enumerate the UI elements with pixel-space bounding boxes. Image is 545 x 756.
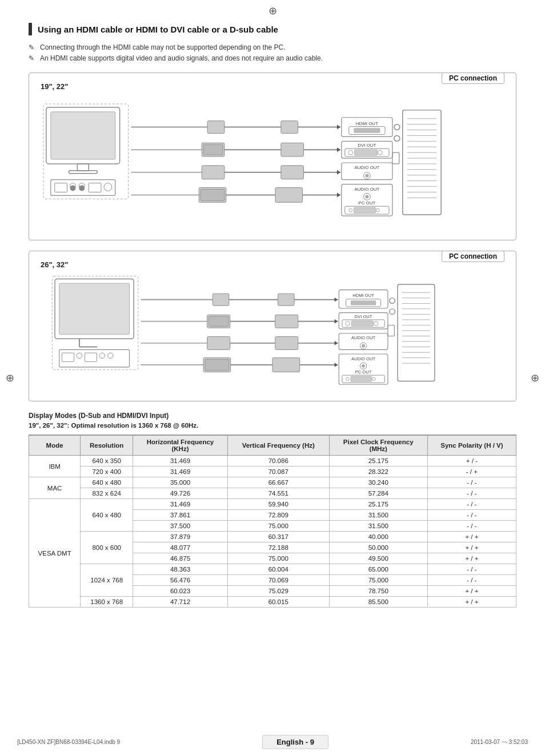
diagram-svg-2: HDMI OUT DVI OUT AUDIO OUT AUDIO OUT PC …: [41, 274, 504, 388]
svg-rect-126: [351, 321, 373, 327]
display-modes-subtitle-rest: : Optimal resolution is 1360 x 768 @ 60H…: [67, 422, 199, 429]
cell-sync: + / +: [427, 553, 516, 564]
col-sync: Sync Polarity (H / V): [427, 435, 516, 456]
cell-vfreq: 75.000: [227, 521, 329, 532]
section-title-text: Using an HDMI cable or HDMI to DVI cable…: [38, 25, 278, 34]
svg-rect-89: [99, 353, 105, 359]
cell-hfreq: 31.469: [133, 467, 228, 477]
col-mode: Mode: [29, 435, 81, 456]
svg-text:PC OUT: PC OUT: [355, 369, 372, 375]
cell-hfreq: 47.712: [133, 597, 228, 608]
footer: [LD450-XN ZF]BN68-03394E-L04.indb 9 Engl…: [0, 735, 545, 749]
footer-left: [LD450-XN ZF]BN68-03394E-L04.indb 9: [17, 739, 120, 745]
svg-rect-7: [70, 186, 75, 191]
svg-marker-18: [337, 125, 340, 130]
display-modes-subtitle: 19", 26", 32": Optimal resolution is 136…: [29, 422, 516, 429]
cell-hfreq: 48.363: [133, 564, 228, 575]
cell-resolution: 1360 x 768: [81, 597, 133, 608]
cell-sync: - / -: [427, 488, 516, 499]
svg-text:AUDIO OUT: AUDIO OUT: [351, 335, 376, 340]
svg-rect-139: [351, 376, 371, 382]
svg-rect-42: [354, 128, 380, 133]
svg-point-59: [349, 208, 352, 212]
svg-rect-62: [403, 110, 441, 215]
cell-vfreq: 59.940: [227, 499, 329, 510]
col-vfreq: Vertical Frequency (Hz): [227, 435, 329, 456]
cell-sync: - / +: [427, 467, 516, 477]
cell-vfreq: 70.069: [227, 575, 329, 586]
svg-text:DVI OUT: DVI OUT: [355, 314, 372, 319]
svg-text:AUDIO OUT: AUDIO OUT: [354, 187, 379, 192]
svg-point-56: [365, 195, 368, 198]
diagram-box-1: PC connection 19", 22": [29, 73, 516, 240]
svg-rect-108: [275, 336, 298, 349]
cell-pixel: 25.175: [329, 456, 427, 467]
svg-rect-47: [355, 150, 378, 155]
cell-sync: - / -: [427, 575, 516, 586]
cell-pixel: 31.500: [329, 510, 427, 521]
cell-resolution: 800 x 600: [81, 532, 133, 564]
svg-rect-3: [69, 171, 98, 174]
svg-rect-87: [77, 353, 82, 359]
cell-hfreq: 48.077: [133, 542, 228, 553]
table-row: 1024 x 76848.36360.00465.000- / -: [29, 564, 516, 575]
cell-pixel: 49.500: [329, 553, 427, 564]
svg-rect-95: [278, 293, 295, 305]
cell-sync: + / +: [427, 597, 516, 608]
cell-hfreq: 31.469: [133, 456, 228, 467]
svg-rect-113: [205, 359, 229, 370]
svg-point-79: [394, 135, 400, 141]
cell-sync: + / -: [427, 456, 516, 467]
cell-resolution: 640 x 350: [81, 456, 133, 467]
svg-rect-5: [55, 183, 67, 192]
cell-vfreq: 75.000: [227, 553, 329, 564]
cell-pixel: 85.500: [329, 597, 427, 608]
cell-vfreq: 72.809: [227, 510, 329, 521]
svg-marker-38: [337, 192, 340, 197]
cell-vfreq: 66.667: [227, 477, 329, 488]
cell-hfreq: 56.476: [133, 575, 228, 586]
svg-point-157: [390, 309, 395, 315]
monitor-label-1: 19", 22": [41, 82, 504, 91]
cell-resolution: 640 x 480: [81, 499, 133, 532]
table-row: 800 x 60037.87960.31740.000+ / +: [29, 532, 516, 542]
monitor-label-2: 26", 32": [41, 260, 504, 269]
svg-rect-80: [392, 152, 399, 164]
cell-hfreq: 37.861: [133, 510, 228, 521]
display-modes-subtitle-bold: 19", 26", 32": [29, 422, 67, 429]
cell-vfreq: 60.317: [227, 532, 329, 542]
cell-pixel: 75.000: [329, 575, 427, 586]
cell-hfreq: 31.469: [133, 499, 228, 510]
svg-rect-115: [272, 358, 300, 372]
svg-rect-29: [281, 166, 304, 179]
cell-sync: + / +: [427, 586, 516, 597]
table-row: 1360 x 76847.71260.01585.500+ / +: [29, 597, 516, 608]
svg-rect-158: [388, 325, 394, 336]
cell-vfreq: 74.551: [227, 488, 329, 499]
cell-hfreq: 60.023: [133, 586, 228, 597]
table-row: IBM640 x 35031.46970.08625.175+ / -: [29, 456, 516, 467]
cell-vfreq: 70.087: [227, 467, 329, 477]
svg-rect-88: [85, 353, 97, 361]
svg-rect-93: [213, 293, 229, 305]
col-resolution: Resolution: [81, 435, 133, 456]
svg-rect-16: [281, 121, 298, 134]
svg-point-61: [376, 208, 379, 212]
svg-point-135: [362, 364, 365, 368]
top-compass-icon: ⊕: [269, 5, 277, 17]
cell-hfreq: 37.500: [133, 521, 228, 532]
cell-vfreq: 60.015: [227, 597, 329, 608]
table-row: 832 x 62449.72674.55157.284- / -: [29, 488, 516, 499]
page: ⊕ ⊕ ⊕ Using an HDMI cable or HDMI to DVI…: [0, 0, 545, 756]
cell-pixel: 25.175: [329, 499, 427, 510]
cell-vfreq: 75.029: [227, 586, 329, 597]
cell-pixel: 50.000: [329, 542, 427, 553]
footer-center: English - 9: [262, 735, 328, 749]
svg-rect-60: [354, 207, 376, 213]
svg-text:HDMI OUT: HDMI OUT: [356, 121, 378, 126]
cell-hfreq: 46.875: [133, 553, 228, 564]
svg-rect-82: [59, 283, 130, 335]
svg-point-140: [372, 377, 375, 381]
svg-rect-86: [62, 353, 74, 361]
svg-rect-9: [79, 186, 85, 191]
